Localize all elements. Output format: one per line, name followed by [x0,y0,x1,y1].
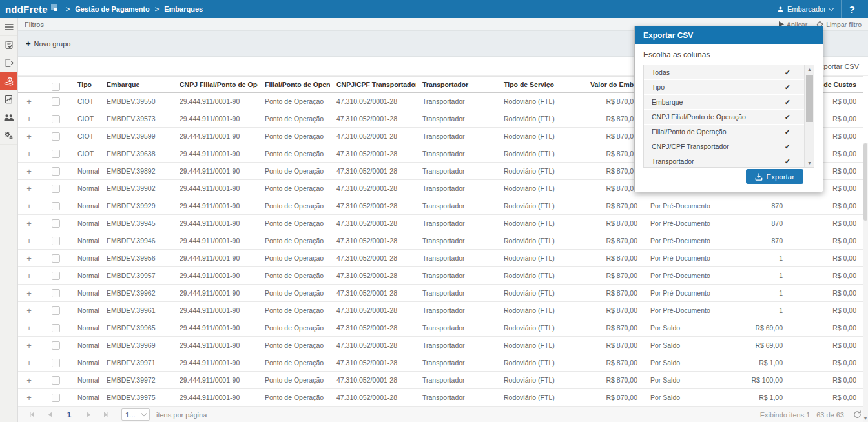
last-page-button[interactable] [101,409,112,421]
row-checkbox[interactable] [52,150,60,158]
row-expand-button[interactable]: + [18,236,40,246]
row-checkbox[interactable] [52,341,60,350]
page-size-value: 1... [125,411,135,419]
cell-cnpj_transportador: 47.310.052/0001-28 [330,341,416,349]
cell-saldo: R$ 0,00 [789,202,863,210]
column-option[interactable]: Todas✓ [644,65,814,80]
cell-embarque: EMBDEV.39975 [100,394,173,401]
header-cnpj-filial[interactable]: CNPJ Filial/Ponto de Operação [173,81,258,88]
scroll-down-arrow[interactable]: ▼ [805,161,814,165]
next-page-button[interactable] [83,409,94,421]
row-expand-button[interactable]: + [18,201,40,211]
help-button[interactable]: ? [842,4,863,15]
cell-valor: R$ 870,00 [575,97,644,105]
row-expand-button[interactable]: + [18,288,40,298]
breadcrumb-item-gestao[interactable]: Gestão de Pagamento [75,5,150,13]
row-expand-button[interactable]: + [18,271,40,281]
header-valor-embarque[interactable]: Valor do Emba [575,81,644,88]
row-checkbox[interactable] [52,237,60,245]
cell-valor: R$ 870,00 [575,272,644,279]
sidebar-item-users[interactable] [0,108,17,126]
menu-toggle-button[interactable] [0,18,17,36]
table-scrollbar-thumb[interactable] [863,143,867,221]
sidebar-item-export[interactable] [0,54,17,72]
refresh-button[interactable] [853,410,862,419]
row-checkbox[interactable] [52,254,60,263]
new-group-button[interactable]: + Novo grupo [26,39,70,48]
previous-page-button[interactable] [44,409,56,421]
row-checkbox[interactable] [52,324,60,332]
row-expand-button[interactable]: + [18,323,40,333]
row-expand-button[interactable]: + [18,254,40,263]
row-expand-button[interactable]: + [18,358,40,368]
row-checkbox[interactable] [52,272,60,280]
header-tipo[interactable]: Tipo [71,81,100,88]
column-option[interactable]: CNPJ/CPF Transportador✓ [644,139,814,154]
scroll-up-arrow[interactable]: ▲ [805,67,814,72]
cell-embarque: EMBDEV.39573 [100,115,173,123]
sidebar-item-clipboard-check[interactable] [0,36,17,54]
sidebar-item-payment-active[interactable] [0,72,17,90]
cell-transportador: Transportador [416,237,497,245]
row-expand-button[interactable]: + [18,97,40,106]
row-checkbox[interactable] [52,97,60,106]
row-expand-button[interactable]: + [18,166,40,176]
row-expand-button[interactable]: + [18,341,40,350]
export-csv-dialog: Exportar CSV Escolha as colunas Todas✓Ti… [634,26,823,192]
header-tipo-servico[interactable]: Tipo de Serviço [497,81,575,88]
row-checkbox[interactable] [52,115,60,123]
row-checkbox[interactable] [52,376,60,385]
cell-tipo_servico: Rodoviário (FTL) [497,185,575,192]
first-page-button[interactable] [26,409,37,421]
export-button[interactable]: Exportar [746,169,803,184]
row-checkbox[interactable] [52,359,60,367]
row-checkbox[interactable] [52,167,60,176]
cell-tipo: Normal [71,219,100,227]
scrollbar-down-arrow[interactable]: ▼ [863,416,868,421]
row-checkbox[interactable] [52,289,60,297]
column-option[interactable]: Transportador✓ [644,154,814,168]
cell-valor: R$ 870,00 [575,219,644,227]
row-expand-button[interactable]: + [18,219,40,228]
user-menu[interactable]: Embarcador [769,0,842,18]
row-expand-button[interactable]: + [18,393,40,403]
header-cnpj-transportador[interactable]: CNPJ/CPF Transportador [330,81,416,88]
select-all-checkbox[interactable] [52,83,60,91]
cell-transportador: Transportador [416,219,497,227]
table-scrollbar[interactable]: ▼ [863,143,868,422]
users-icon [4,114,14,121]
cell-cnpj_filial: 29.444.911/0001-90 [173,150,258,157]
header-transportador[interactable]: Transportador [416,81,497,88]
row-expand-button[interactable]: + [18,132,40,141]
page-number-current[interactable]: 1 [62,410,76,419]
row-checkbox[interactable] [52,185,60,193]
row-expand-button[interactable]: + [18,184,40,194]
header-embarque[interactable]: Embarque [100,81,173,88]
row-expand-button[interactable]: + [18,376,40,385]
row-checkbox[interactable] [52,394,60,402]
header-filial[interactable]: Filial/Ponto de Operação [258,81,330,88]
cell-cnpj_filial: 29.444.911/0001-90 [173,254,258,262]
row-checkbox[interactable] [52,219,60,228]
column-option[interactable]: Tipo✓ [644,80,814,95]
breadcrumb-item-embarques[interactable]: Embarques [164,5,203,13]
row-checkbox[interactable] [52,202,60,210]
column-option[interactable]: Filial/Ponto de Operação✓ [644,125,814,139]
column-option[interactable]: CNPJ Filial/Ponto de Operação✓ [644,110,814,125]
dialog-list-scrollbar[interactable]: ▲ ▼ [804,65,814,167]
cell-tipo_servico: Rodoviário (FTL) [497,97,575,105]
dialog-scrollbar-thumb[interactable] [806,75,813,122]
column-option[interactable]: Embarque✓ [644,95,814,110]
sidebar-item-settings[interactable] [0,126,17,145]
page-size-select[interactable]: 1... [121,408,150,421]
sidebar-item-report[interactable] [0,90,17,108]
row-expand-button[interactable]: + [18,306,40,316]
table-row: +NormalEMBDEV.3996529.444.911/0001-90Pon… [18,319,863,337]
row-checkbox[interactable] [52,132,60,141]
cell-quantidade: 870 [728,202,789,210]
row-checkbox[interactable] [52,306,60,315]
row-expand-button[interactable]: + [18,149,40,159]
row-expand-button[interactable]: + [18,114,40,124]
cell-valor: R$ 870,00 [575,306,644,314]
row-checkbox-cell [40,394,71,402]
